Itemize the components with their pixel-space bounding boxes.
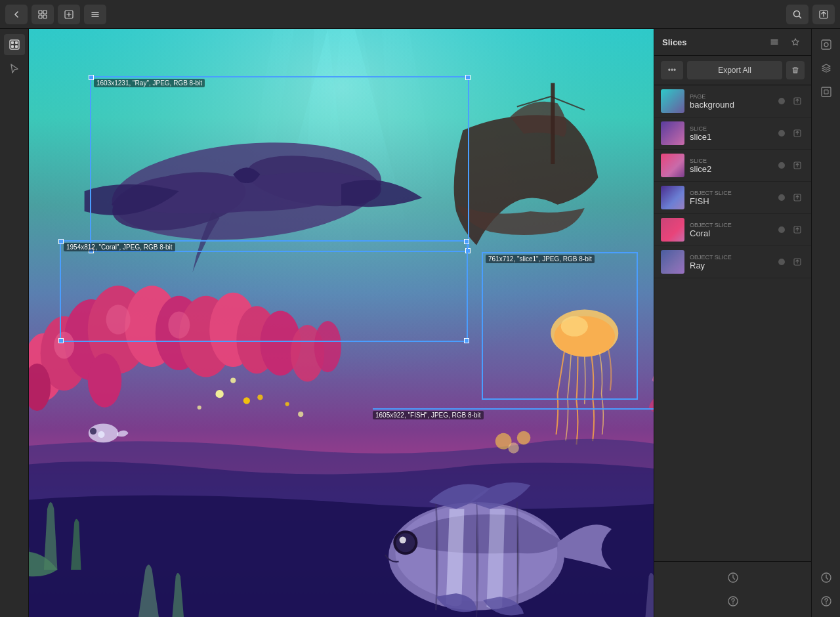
slice-type-background: Page <box>690 93 773 100</box>
select-tool-button[interactable] <box>4 58 25 79</box>
artwork-canvas <box>29 29 654 617</box>
slice-item-slice1[interactable]: Slice slice1 <box>654 117 811 150</box>
slice-name-fish: FISH <box>690 196 773 206</box>
slices-star-button[interactable] <box>788 34 803 50</box>
slices-panel: Slices ••• Export All <box>654 29 811 617</box>
svg-point-59 <box>90 428 96 435</box>
slices-title: Slices <box>662 37 761 47</box>
slice-thumb-ray <box>661 250 684 274</box>
svg-point-47 <box>298 412 303 417</box>
slice-info-background: Page background <box>690 93 773 110</box>
grid-view-button[interactable] <box>32 5 54 24</box>
slice-dot-slice2 <box>778 162 785 169</box>
svg-rect-0 <box>39 11 42 14</box>
canvas-area[interactable]: 1603x1231, "Ray", JPEG, RGB 8-bit 1954x8… <box>29 29 654 617</box>
slice-export-background[interactable] <box>790 94 805 108</box>
help-bottom-button[interactable] <box>816 591 837 612</box>
slice-export-ray[interactable] <box>790 255 805 269</box>
slice-export-slice2[interactable] <box>790 158 805 173</box>
slice-type-slice1: Slice <box>690 125 773 132</box>
svg-point-52 <box>561 316 588 337</box>
slice-dot-ray <box>778 259 785 265</box>
slice-name-ray: Ray <box>690 261 773 270</box>
slice-thumb-coral <box>661 218 684 242</box>
slice-name-coral: Coral <box>690 228 773 238</box>
slice-info-slice1: Slice slice1 <box>690 125 773 142</box>
export-all-button[interactable]: Export All <box>687 61 782 79</box>
svg-point-56 <box>396 533 415 552</box>
slice-name-slice1: slice1 <box>690 132 773 142</box>
slice-item-coral[interactable]: Object Slice Coral <box>654 214 811 246</box>
slice-item-fish[interactable]: Object Slice FISH <box>654 182 811 214</box>
svg-point-77 <box>826 603 827 605</box>
layers-icon-button[interactable] <box>816 58 837 79</box>
slice-export-slice1[interactable] <box>790 126 805 140</box>
history-bottom-button[interactable] <box>816 567 837 588</box>
svg-point-71 <box>732 603 734 605</box>
svg-point-41 <box>314 321 341 372</box>
svg-rect-8 <box>11 41 14 44</box>
slice-name-background: background <box>690 100 773 110</box>
back-button[interactable] <box>5 5 28 24</box>
slice-info-fish: Object Slice FISH <box>690 190 773 206</box>
svg-point-44 <box>243 397 250 404</box>
resize-icon-button[interactable] <box>816 81 837 102</box>
svg-point-35 <box>54 331 74 358</box>
svg-point-73 <box>824 43 828 47</box>
slice-export-coral[interactable] <box>790 223 805 237</box>
svg-rect-7 <box>10 40 19 49</box>
slice-item-background[interactable]: Page background <box>654 85 811 117</box>
slice-thumb-fish <box>661 186 684 209</box>
svg-point-61 <box>508 442 518 453</box>
svg-rect-2 <box>39 15 42 18</box>
edit-button[interactable] <box>58 5 80 24</box>
layer-tool-button[interactable] <box>4 34 25 55</box>
export-toolbar-button[interactable] <box>812 5 835 24</box>
menu-button[interactable] <box>84 5 106 24</box>
slice-info-coral: Object Slice Coral <box>690 222 773 238</box>
slice-export-fish[interactable] <box>790 190 805 205</box>
slice-thumb-slice1 <box>661 121 684 145</box>
svg-rect-10 <box>15 41 18 44</box>
svg-rect-22 <box>551 83 555 164</box>
slice-dot-coral <box>778 226 785 233</box>
svg-point-36 <box>106 305 131 334</box>
slices-header: Slices <box>654 29 811 56</box>
far-right-panel <box>811 29 840 617</box>
right-panel-bottom-icons <box>654 561 811 617</box>
search-button[interactable] <box>786 5 808 24</box>
slice-list: Page background Slice slice1 <box>654 85 811 561</box>
svg-rect-1 <box>43 11 47 14</box>
appearance-icon-button[interactable] <box>816 34 837 55</box>
dots-menu-button[interactable]: ••• <box>661 61 683 79</box>
help-icon-button[interactable] <box>723 591 744 612</box>
slice-type-slice2: Slice <box>690 158 773 164</box>
slices-menu-button[interactable] <box>766 34 782 50</box>
slice-item-slice2[interactable]: Slice slice2 <box>654 150 811 182</box>
svg-point-42 <box>215 390 223 398</box>
slice-dot-background <box>778 98 785 104</box>
svg-point-37 <box>168 311 190 338</box>
slice-thumb-slice2 <box>661 154 684 177</box>
svg-point-62 <box>517 431 531 445</box>
slice-item-ray[interactable]: Object Slice Ray <box>654 246 811 278</box>
svg-point-57 <box>400 536 406 543</box>
svg-point-43 <box>230 377 236 383</box>
svg-rect-74 <box>822 87 831 96</box>
svg-point-46 <box>257 394 262 400</box>
export-all-label: Export All <box>718 66 751 75</box>
export-toolbar: ••• Export All <box>654 56 811 85</box>
slice-thumb-background <box>661 89 684 113</box>
slice-type-fish: Object Slice <box>690 190 773 196</box>
history-icon-button[interactable] <box>723 567 744 588</box>
left-tool-panel <box>0 29 29 617</box>
slice-info-slice2: Slice slice2 <box>690 158 773 174</box>
slice-dot-fish <box>778 194 785 201</box>
slice-type-coral: Object Slice <box>690 222 773 228</box>
svg-rect-3 <box>43 15 47 18</box>
svg-rect-9 <box>11 45 14 48</box>
slice-type-ray: Object Slice <box>690 254 773 261</box>
slice-info-ray: Object Slice Ray <box>690 254 773 270</box>
svg-rect-72 <box>822 40 831 49</box>
delete-button[interactable] <box>786 61 805 79</box>
